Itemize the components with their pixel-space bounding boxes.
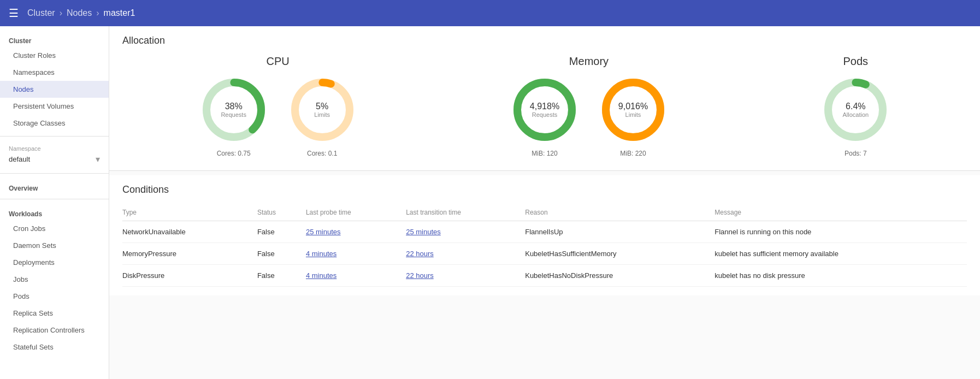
cell-reason-1: KubeletHasSufficientMemory [525, 243, 715, 265]
chart-group-title-1: Memory [569, 55, 609, 68]
donut-center-0-1: 5%Limits [314, 102, 330, 118]
cluster-section-header: Cluster [0, 31, 109, 47]
charts-row: CPU 38%RequestsCores: 0.75 5%LimitsCores… [122, 55, 967, 157]
sidebar-item-pods[interactable]: Pods [0, 288, 109, 305]
sidebar-item-jobs[interactable]: Jobs [0, 271, 109, 288]
cell-transition-2[interactable]: 22 hours [406, 265, 525, 287]
cell-status-2: False [257, 265, 306, 287]
col-status: Status [257, 204, 306, 221]
sidebar-item-namespaces[interactable]: Namespaces [0, 64, 109, 81]
allocation-section: Allocation CPU 38%RequestsCores: 0.75 5%… [109, 26, 980, 171]
chart-bottom-label-1-0: MiB: 120 [532, 150, 557, 157]
cell-status-0: False [257, 221, 306, 243]
cell-message-2: kubelet has no disk pressure [715, 265, 967, 287]
charts-pair-1: 4,918%RequestsMiB: 120 9,016%LimitsMiB: … [509, 74, 669, 157]
sidebar-item-replication-controllers[interactable]: Replication Controllers [0, 322, 109, 339]
donut-sublabel-0-0: Requests [221, 111, 246, 118]
chart-group-title-2: Pods [843, 55, 869, 68]
cell-reason-2: KubeletHasNoDiskPressure [525, 265, 715, 287]
sidebar-item-nodes[interactable]: Nodes [0, 81, 109, 98]
cell-reason-0: FlannelIsUp [525, 221, 715, 243]
namespace-label: Namespace [9, 145, 100, 152]
cell-probe-0[interactable]: 25 minutes [306, 221, 406, 243]
cell-type-0: NetworkUnavailable [122, 221, 257, 243]
sidebar-divider-1 [0, 136, 109, 137]
table-row: NetworkUnavailableFalse25 minutes25 minu… [122, 221, 967, 243]
donut-sublabel-2-0: Allocation [842, 111, 869, 118]
donut-pct-0-0: 38% [221, 102, 246, 111]
namespace-select[interactable]: default ▾ [9, 154, 100, 164]
sidebar-divider-3 [0, 199, 109, 199]
chevron-down-icon: ▾ [96, 154, 100, 164]
donut-pct-2-0: 6.4% [842, 102, 869, 111]
donut-sublabel-1-0: Requests [530, 111, 559, 118]
cell-type-1: MemoryPressure [122, 243, 257, 265]
menu-icon[interactable]: ☰ [9, 7, 19, 20]
charts-pair-0: 38%RequestsCores: 0.75 5%LimitsCores: 0.… [198, 74, 358, 157]
breadcrumb-current: master1 [104, 8, 135, 18]
chart-group-pods: Pods 6.4%AllocationPods: 7 [820, 55, 891, 157]
donut-center-1-1: 9,016%Limits [618, 102, 648, 118]
donut-pct-1-0: 4,918% [530, 102, 559, 111]
chart-bottom-label-1-1: MiB: 220 [620, 150, 646, 157]
col-last-transition: Last transition time [406, 204, 525, 221]
allocation-title: Allocation [122, 35, 967, 46]
chart-item-0-0: 38%RequestsCores: 0.75 [198, 74, 269, 157]
donut-pct-1-1: 9,016% [618, 102, 648, 111]
donut-wrap-0-1: 5%Limits [287, 74, 358, 145]
charts-pair-2: 6.4%AllocationPods: 7 [820, 74, 891, 157]
sidebar-item-cluster-roles[interactable]: Cluster Roles [0, 47, 109, 64]
cell-status-1: False [257, 243, 306, 265]
donut-center-1-0: 4,918%Requests [530, 102, 559, 118]
donut-wrap-2-0: 6.4%Allocation [820, 74, 891, 145]
sidebar-item-cron-jobs[interactable]: Cron Jobs [0, 220, 109, 237]
breadcrumb-sep-1: › [60, 8, 62, 18]
sidebar-item-storage-classes[interactable]: Storage Classes [0, 115, 109, 132]
cell-message-1: kubelet has sufficient memory available [715, 243, 967, 265]
breadcrumb: Cluster › Nodes › master1 [27, 8, 135, 18]
cell-transition-1[interactable]: 22 hours [406, 243, 525, 265]
workloads-section-header: Workloads [0, 204, 109, 220]
chart-item-0-1: 5%LimitsCores: 0.1 [287, 74, 358, 157]
donut-sublabel-1-1: Limits [618, 111, 648, 118]
donut-center-2-0: 6.4%Allocation [842, 102, 869, 118]
donut-center-0-0: 38%Requests [221, 102, 246, 118]
donut-wrap-0-0: 38%Requests [198, 74, 269, 145]
col-last-probe: Last probe time [306, 204, 406, 221]
donut-wrap-1-0: 4,918%Requests [509, 74, 580, 145]
sidebar-item-deployments[interactable]: Deployments [0, 254, 109, 271]
topbar: ☰ Cluster › Nodes › master1 [0, 0, 980, 26]
sidebar-item-daemon-sets[interactable]: Daemon Sets [0, 237, 109, 254]
cell-probe-2[interactable]: 4 minutes [306, 265, 406, 287]
chart-group-title-0: CPU [267, 55, 290, 68]
cell-transition-0[interactable]: 25 minutes [406, 221, 525, 243]
conditions-table: Type Status Last probe time Last transit… [122, 204, 967, 287]
col-reason: Reason [525, 204, 715, 221]
chart-group-memory: Memory 4,918%RequestsMiB: 120 9,016%Limi… [509, 55, 669, 157]
overview-section-header: Overview [0, 178, 109, 194]
cell-message-0: Flannel is running on this node [715, 221, 967, 243]
sidebar-divider-2 [0, 173, 109, 174]
chart-bottom-label-2-0: Pods: 7 [845, 150, 867, 157]
donut-wrap-1-1: 9,016%Limits [598, 74, 669, 145]
table-row: DiskPressureFalse4 minutes22 hoursKubele… [122, 265, 967, 287]
chart-item-1-0: 4,918%RequestsMiB: 120 [509, 74, 580, 157]
chart-bottom-label-0-0: Cores: 0.75 [217, 150, 251, 157]
conditions-section: Conditions Type Status Last probe time L… [109, 175, 980, 295]
main-content: Allocation CPU 38%RequestsCores: 0.75 5%… [109, 26, 980, 379]
cell-probe-1[interactable]: 4 minutes [306, 243, 406, 265]
sidebar-item-replica-sets[interactable]: Replica Sets [0, 305, 109, 322]
conditions-title: Conditions [122, 184, 967, 196]
chart-item-1-1: 9,016%LimitsMiB: 220 [598, 74, 669, 157]
sidebar-item-persistent-volumes[interactable]: Persistent Volumes [0, 98, 109, 115]
col-message: Message [715, 204, 967, 221]
breadcrumb-cluster[interactable]: Cluster [27, 8, 55, 18]
table-row: MemoryPressureFalse4 minutes22 hoursKube… [122, 243, 967, 265]
donut-pct-0-1: 5% [314, 102, 330, 111]
namespace-value: default [9, 155, 30, 163]
sidebar-item-stateful-sets[interactable]: Stateful Sets [0, 339, 109, 356]
chart-group-cpu: CPU 38%RequestsCores: 0.75 5%LimitsCores… [198, 55, 358, 157]
namespace-section: Namespace default ▾ [0, 141, 109, 169]
donut-sublabel-0-1: Limits [314, 111, 330, 118]
breadcrumb-nodes[interactable]: Nodes [67, 8, 92, 18]
